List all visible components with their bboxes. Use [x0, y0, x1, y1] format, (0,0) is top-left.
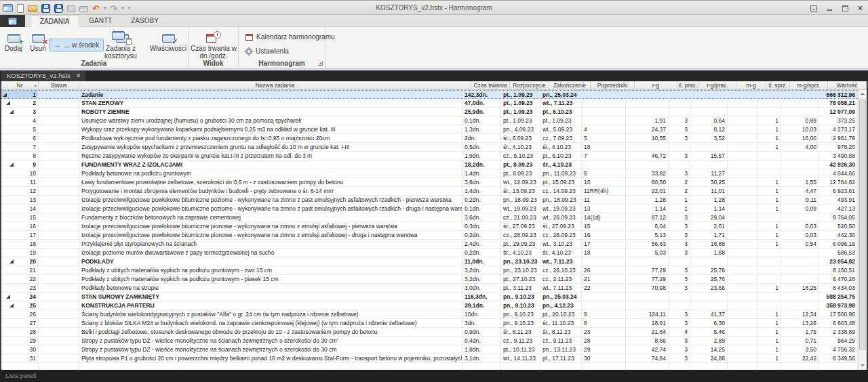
column-header-dur[interactable]: Czas trwania — [471, 81, 510, 89]
cell-rgprac: 1,68 — [690, 249, 728, 257]
column-header-nr[interactable]: Nr▴ — [1, 81, 39, 89]
cell-nr: 25 — [1, 301, 39, 310]
cell-rgprac: 0,64 — [690, 116, 728, 125]
table-row[interactable]: 25KONSTRUKCJA PARTERU39,1dn.pn., 9.10.23… — [1, 301, 858, 310]
cell-status — [39, 354, 79, 362]
kalendarz-harmonogramu-button[interactable]: Kalendarz harmonogramu — [241, 30, 339, 43]
document-tab[interactable]: KOSZTORYS_v2.hstx × — [1, 70, 85, 81]
undo-icon[interactable]: ↶ — [92, 4, 100, 13]
toolbar-menu-caret-icon[interactable]: ▾ — [128, 5, 131, 11]
column-header-wartosc[interactable]: Wartość — [828, 81, 867, 89]
column-header-status[interactable]: Status — [39, 81, 79, 89]
expand-triangle-icon[interactable] — [9, 110, 14, 114]
table-row[interactable]: 26Ściany budynków wielokondygnacyjnych z… — [1, 310, 858, 319]
expand-triangle-icon[interactable] — [3, 93, 7, 97]
scroll-up-icon[interactable] — [859, 90, 867, 99]
harmonogram-dialog-launcher-icon[interactable] — [318, 61, 323, 66]
table-row[interactable]: 20PODKŁADY11,0dn.pn., 23.10.23wt., 7.11.… — [1, 257, 858, 266]
table-row[interactable]: 19Izolacje poziome murów dwuwarstwowe z … — [1, 249, 858, 257]
dodaj-button[interactable]: + Dodaj — [1, 29, 26, 52]
table-row[interactable]: 3ROBOTY ZIEMNE25,9dn.pt., 1.09.23pt., 6.… — [1, 108, 858, 116]
open-folder-icon[interactable] — [28, 5, 37, 12]
column-header-start[interactable]: Rozpoczęcie — [510, 81, 549, 89]
cell-mg — [728, 196, 757, 204]
table-row[interactable]: 6Podbudowa wyk.ręcznie pod fundamenty z … — [1, 134, 858, 143]
row-number: 2 — [33, 100, 36, 106]
table-row[interactable]: 16Izolacje przeciwwilgociowe powłokowe b… — [1, 222, 858, 231]
table-row[interactable]: 1Zadanie142,3dn.pt., 1.09.23pn., 25.03.2… — [1, 90, 858, 99]
czas-trwania-button[interactable]: Czas trwania w dn./godz. — [191, 29, 237, 60]
document-tab-close-icon[interactable]: × — [77, 71, 81, 81]
scrollbar-thumb[interactable] — [859, 100, 866, 349]
table-row[interactable]: 11Ławy fundamentowe prostokątne żelbetow… — [1, 178, 858, 187]
table-row[interactable]: 29Stropy z pustaków typu DZ - wieńce mon… — [1, 337, 858, 345]
tab-zasoby[interactable]: ZASOBY — [121, 15, 168, 27]
column-header-rgprac[interactable]: r-g/prac. — [699, 81, 736, 89]
column-header-mgsprz[interactable]: m-g/sprz. — [790, 81, 828, 89]
print-preview-icon[interactable] — [67, 5, 75, 12]
column-header-name[interactable]: Nazwa zadania — [79, 81, 471, 89]
table-row[interactable]: 10Podkłady betonowe na podłożu gruntowym… — [1, 169, 858, 178]
tab-gantt[interactable]: GANTT — [79, 15, 121, 27]
table-row[interactable]: 21Podkłady z ubitych materiałów sypkich … — [1, 266, 858, 275]
table-row[interactable]: 31Płyta stropowa P1 o grubości 20 cm i p… — [1, 354, 858, 363]
cell-rgprac: 11,01 — [690, 187, 728, 195]
cell-nr: 11 — [1, 178, 39, 186]
table-row[interactable]: 17Izolacje przeciwwilgociowe powłokowe b… — [1, 231, 858, 240]
float-window-icon[interactable] — [810, 5, 817, 12]
table-row[interactable]: 7Zasypywanie wykopów spycharkami z przem… — [1, 143, 858, 152]
column-header-pred[interactable]: Poprzedniki — [591, 81, 635, 89]
scroll-down-icon[interactable] — [859, 361, 867, 370]
redo-caret-icon[interactable]: ▾ — [121, 5, 124, 11]
minimize-icon[interactable] — [827, 5, 833, 12]
cell-ilsprz — [757, 161, 781, 169]
table-row[interactable]: 28Belki i podciągi żelbetowe; stosunek d… — [1, 328, 858, 337]
column-header-end[interactable]: Zakończenie — [549, 81, 591, 89]
wlasciwosci-button[interactable]: ✓ Właściwości — [149, 29, 187, 52]
zadania-z-kosztorysu-button[interactable]: Zadania z kosztorysu — [94, 29, 148, 60]
ustawienia-button[interactable]: Ustawienia — [241, 45, 293, 58]
table-row[interactable]: 2STAN ZEROWY47,0dn.pt., 1.09.23wt., 7.11… — [1, 99, 858, 108]
vertical-scrollbar[interactable] — [858, 90, 867, 370]
table-row[interactable]: 23Podkłady betonowe na stropie3,0dn.pt.,… — [1, 284, 858, 293]
table-row[interactable]: 18Przyklejenie płyt styropianowych na śc… — [1, 240, 858, 249]
table-row[interactable]: 8Ręczne zasypywanie wykopów ze skarpami … — [1, 152, 858, 161]
expand-triangle-icon[interactable] — [9, 259, 14, 263]
new-document-icon[interactable] — [17, 4, 24, 13]
table-row[interactable]: 30Stropy z pustaków typu DZ - wieńce mon… — [1, 345, 858, 354]
save-all-icon[interactable]: ✓ — [54, 4, 63, 13]
print-icon[interactable] — [79, 6, 88, 12]
table-row[interactable]: 12Przygotowanie i montaż zbrojenia eleme… — [1, 187, 858, 196]
table-row[interactable]: 24STAN SUROWY ZAMKNIĘTY116,3dn.pn., 9.10… — [1, 293, 858, 301]
cell-status — [39, 266, 79, 274]
cell-ilsprz — [757, 169, 781, 177]
table-row[interactable]: 14Izolacje przeciwwilgociowe powłokowe b… — [1, 205, 858, 213]
expand-triangle-icon[interactable] — [9, 163, 14, 167]
cell-pred: 17 — [582, 240, 626, 248]
table-row[interactable] — [1, 363, 858, 370]
column-header-rg[interactable]: r-g — [635, 81, 677, 89]
save-icon[interactable] — [41, 4, 50, 13]
table-row[interactable]: 13Izolacje przeciwwilgociowe powłokowe b… — [1, 196, 858, 205]
table-row[interactable]: 9FUNDAMENTY WRAZ Z IZOLACJAMI18,2dn.pt.,… — [1, 161, 858, 169]
redo-icon[interactable]: ↷ — [110, 4, 117, 13]
cell-mg — [728, 108, 757, 116]
table-row[interactable]: 15Fundamenty z bloczków betonowych na za… — [1, 213, 858, 222]
usun-button[interactable]: × Usuń — [27, 29, 49, 52]
expand-triangle-icon[interactable] — [6, 101, 10, 105]
maximize-icon[interactable] — [842, 5, 848, 12]
column-header-ilsprz[interactable]: Il. sprz. — [766, 81, 790, 89]
undo-caret-icon[interactable]: ▾ — [104, 5, 106, 11]
column-header-ilprac[interactable]: Il. prac. — [677, 81, 699, 89]
table-row[interactable]: 27Ściany z bloków SILKA M24 w budynkach … — [1, 319, 858, 328]
cell-name: Wykopy oraz przekopy wykonywane koparkam… — [79, 125, 462, 133]
table-row[interactable]: 22Podkłady z ubitych materiałów sypkich … — [1, 275, 858, 284]
expand-triangle-icon[interactable] — [6, 295, 10, 299]
table-row[interactable]: 5Wykopy oraz przekopy wykonywane koparka… — [1, 125, 858, 134]
tab-zadania[interactable]: ZADANIA — [30, 15, 79, 27]
close-icon[interactable]: × — [858, 5, 863, 12]
file-menu-button[interactable] — [0, 15, 25, 27]
column-header-mg[interactable]: m-g — [736, 81, 766, 89]
expand-triangle-icon[interactable] — [9, 303, 14, 307]
table-row[interactable]: 4Usunięcie warstwy ziemi urodzajnej (hum… — [1, 116, 858, 125]
